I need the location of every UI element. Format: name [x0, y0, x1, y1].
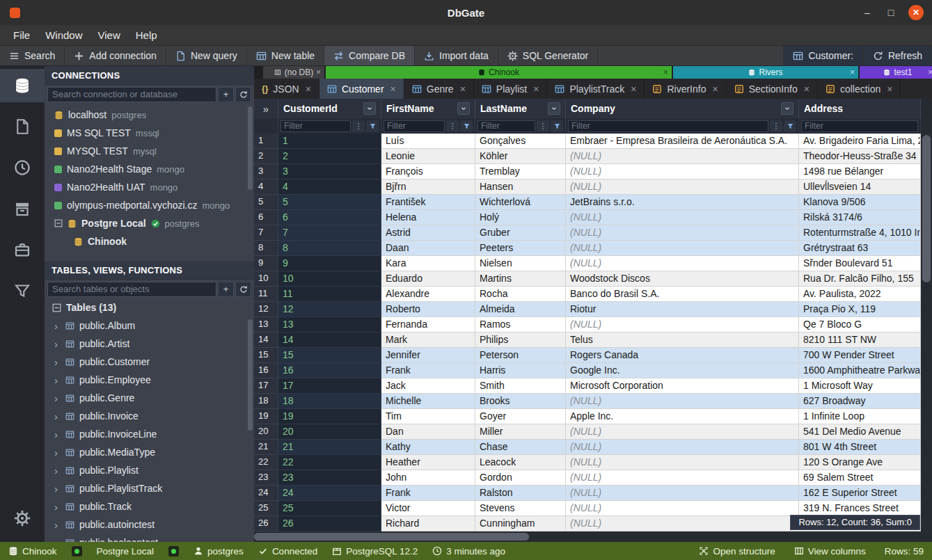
cell-firstname[interactable]: Tim — [381, 409, 475, 424]
sidebar-table-public-album[interactable]: ›public.Album — [45, 317, 254, 335]
cell-firstname[interactable]: Astrid — [381, 225, 475, 241]
statusbar-indicator[interactable] — [168, 546, 179, 557]
cell-firstname[interactable]: Alexandre — [381, 287, 475, 302]
filter-input-lastname[interactable] — [477, 120, 535, 132]
cell-address[interactable]: 541 Del Medio Avenue — [799, 424, 921, 440]
table-row[interactable]: 2323JohnGordon(NULL)69 Salem Street — [254, 470, 932, 486]
cell-lastname[interactable]: Philips — [475, 333, 566, 348]
row-number[interactable]: 5 — [254, 195, 278, 210]
table-row[interactable]: 44BjřrnHansen(NULL)Ullevĺlsveien 14 — [254, 179, 932, 195]
table-tab-sectioninfo[interactable]: SectionInfo× — [727, 79, 818, 99]
chevron-right-icon[interactable]: › — [54, 502, 61, 512]
statusbar-chinook[interactable]: Chinook — [8, 546, 57, 557]
sidebar-table-public-invoiceline[interactable]: ›public.InvoiceLine — [45, 425, 254, 443]
iconbar-settings[interactable] — [0, 502, 45, 535]
connection-item-mysql-test[interactable]: MYSQL TESTmysql — [45, 142, 254, 160]
cell-company[interactable]: (NULL) — [566, 149, 799, 164]
cell-company[interactable]: (NULL) — [566, 256, 799, 271]
cell-lastname[interactable]: Gonçalves — [475, 134, 566, 149]
cell-customerid[interactable]: 13 — [278, 317, 381, 333]
add-table-icon-button[interactable]: + — [218, 282, 234, 297]
tables-group-row[interactable]: Tables (13) — [45, 298, 254, 317]
row-number[interactable]: 10 — [254, 271, 278, 287]
cell-lastname[interactable]: Peeters — [475, 241, 566, 256]
connection-item-localhost[interactable]: localhostpostgres — [45, 106, 254, 124]
sidebar-table-public-customer[interactable]: ›public.Customer — [45, 353, 254, 371]
row-number[interactable]: 25 — [254, 501, 278, 516]
column-header-address[interactable]: Address — [799, 99, 921, 118]
table-row[interactable]: 1010EduardoMartinsWoodstock DiscosRua Dr… — [254, 271, 932, 287]
cell-address[interactable]: 700 W Pender Street — [799, 348, 921, 363]
table-row[interactable]: 33FrançoisTremblay(NULL)1498 rue Bélange… — [254, 164, 932, 179]
row-number[interactable]: 23 — [254, 470, 278, 486]
connection-item-postgre-local[interactable]: Postgre Localpostgres — [45, 214, 254, 232]
cell-firstname[interactable]: Richard — [381, 516, 475, 531]
statusbar-view-columns[interactable]: View columns — [794, 546, 866, 557]
cell-firstname[interactable]: François — [381, 164, 475, 179]
close-icon[interactable]: × — [631, 83, 636, 95]
cell-firstname[interactable]: Bjřrn — [381, 179, 475, 195]
table-tab-riverinfo[interactable]: RiverInfo× — [645, 79, 726, 99]
row-number[interactable]: 22 — [254, 455, 278, 470]
close-icon[interactable]: × — [663, 67, 668, 77]
statusbar-rows-59[interactable]: Rows: 59 — [885, 546, 924, 557]
cell-address[interactable]: 1498 rue Bélanger — [799, 164, 921, 179]
cell-lastname[interactable]: Brooks — [475, 394, 566, 409]
cell-address[interactable]: 1600 Amphitheatre Parkway — [799, 363, 921, 378]
close-button[interactable]: ✕ — [908, 5, 924, 20]
chevron-right-icon[interactable]: › — [54, 393, 61, 403]
toolbar-import-data-button[interactable]: Import data — [415, 46, 498, 65]
table-tab-genre[interactable]: Genre× — [404, 79, 474, 99]
cell-address[interactable]: Grétrystraat 63 — [799, 241, 921, 256]
filter-funnel-button[interactable] — [551, 120, 563, 132]
table-row[interactable]: 2121KathyChase(NULL)801 W 4th Street — [254, 440, 932, 455]
cell-firstname[interactable]: Michelle — [381, 394, 475, 409]
cell-firstname[interactable]: Dan — [381, 424, 475, 440]
close-icon[interactable]: × — [928, 67, 932, 77]
cell-company[interactable]: (NULL) — [566, 241, 799, 256]
filter-input-customerid[interactable] — [281, 120, 351, 132]
cell-lastname[interactable]: Gruber — [475, 225, 566, 241]
sidebar-table-public-booleantest[interactable]: ›public.booleantest — [45, 534, 254, 542]
cell-firstname[interactable]: Kara — [381, 256, 475, 271]
row-number[interactable]: 2 — [254, 149, 278, 164]
statusbar-indicator[interactable] — [72, 546, 82, 557]
sidebar-table-public-track[interactable]: ›public.Track — [45, 497, 254, 515]
close-icon[interactable]: × — [804, 83, 809, 95]
statusbar-postgre-local[interactable]: Postgre Local — [97, 546, 155, 557]
table-row[interactable]: 88DaanPeeters(NULL)Grétrystraat 63 — [254, 241, 932, 256]
column-header-customerid[interactable]: CustomerId — [278, 99, 381, 118]
cell-address[interactable]: Sřnder Boulevard 51 — [799, 256, 921, 271]
chevron-right-icon[interactable]: › — [54, 357, 61, 367]
db-tab-no-db[interactable]: (no DB)× — [263, 66, 324, 79]
table-row[interactable]: 1919TimGoyerApple Inc.1 Infinite Loop — [254, 409, 932, 424]
toolbar-customer-button[interactable]: Customer: — [783, 46, 863, 65]
chevron-right-icon[interactable]: › — [54, 375, 61, 385]
cell-company[interactable]: JetBrains s.r.o. — [566, 195, 799, 210]
cell-lastname[interactable]: Stevens — [475, 501, 566, 516]
cell-lastname[interactable]: Ralston — [475, 486, 566, 501]
filter-funnel-button[interactable] — [460, 120, 473, 132]
cell-lastname[interactable]: Cunningham — [475, 516, 566, 531]
cell-company[interactable]: (NULL) — [566, 424, 799, 440]
toolbar-search-button[interactable]: Search — [0, 46, 65, 65]
chevron-right-icon[interactable]: › — [54, 520, 61, 530]
cell-company[interactable]: Rogers Canada — [566, 348, 799, 363]
cell-address[interactable]: Av. Brigadeiro Faria Lima, 2170 — [799, 134, 921, 149]
cell-lastname[interactable]: Peterson — [475, 348, 566, 363]
filter-menu-button[interactable]: ⋮ — [537, 120, 549, 132]
row-number[interactable]: 20 — [254, 424, 278, 440]
cell-customerid[interactable]: 11 — [278, 287, 381, 302]
chevron-right-icon[interactable]: › — [54, 429, 61, 440]
cell-customerid[interactable]: 3 — [278, 164, 381, 179]
cell-firstname[interactable]: Jack — [381, 378, 475, 394]
statusbar-connected[interactable]: Connected — [258, 546, 317, 557]
cell-customerid[interactable]: 18 — [278, 394, 381, 409]
iconbar-files[interactable] — [0, 110, 45, 143]
cell-address[interactable]: Theodor-Heuss-Straße 34 — [799, 149, 921, 164]
menu-window[interactable]: Window — [38, 26, 90, 44]
cell-company[interactable]: (NULL) — [566, 516, 799, 531]
row-number[interactable]: 8 — [254, 241, 278, 256]
row-number[interactable]: 19 — [254, 409, 278, 424]
cell-firstname[interactable]: Leonie — [381, 149, 475, 164]
